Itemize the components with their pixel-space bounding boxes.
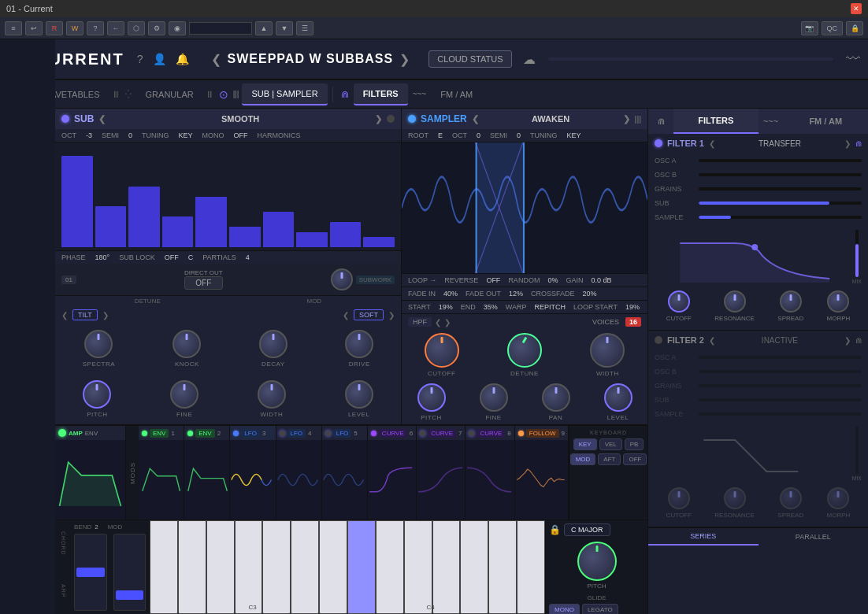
mod-lfo4-led[interactable] (280, 431, 285, 436)
mod-handle[interactable] (116, 590, 144, 600)
mod-follow9-led[interactable] (518, 431, 524, 436)
toolbar-btn-camera[interactable]: 📷 (801, 21, 818, 35)
tab-fm-am-right[interactable]: FM / AM (784, 109, 869, 134)
tilt-prev[interactable]: ❮ (61, 311, 68, 320)
f2-mix-track[interactable] (855, 427, 859, 474)
toolbar-btn-up[interactable]: ▲ (255, 21, 273, 35)
white-key-10[interactable] (404, 520, 432, 614)
white-key-7[interactable] (319, 520, 347, 614)
f2-spread-knob[interactable] (780, 487, 802, 509)
pitch-knob[interactable] (83, 380, 111, 409)
hpf-prev[interactable]: ❮ (435, 318, 441, 327)
patch-next-arrow[interactable]: ❯ (399, 52, 410, 67)
width-knob[interactable] (258, 380, 286, 409)
bend-strip[interactable] (74, 534, 107, 611)
white-key-11[interactable] (432, 520, 461, 614)
tab-sub-sampler[interactable]: SUB | SAMPLER (242, 83, 327, 105)
mod-lfo3-led[interactable] (233, 431, 239, 436)
white-key-8[interactable] (347, 520, 376, 614)
bell-icon[interactable]: 🔔 (176, 53, 189, 65)
sampler-nav-prev[interactable]: ❮ (472, 114, 479, 124)
cloud-icon[interactable]: ☁ (523, 52, 536, 67)
sampler-detune-knob[interactable] (507, 333, 542, 368)
sub-nav-next[interactable]: ❯ (375, 114, 382, 124)
sampler-cutoff-knob[interactable] (425, 333, 459, 368)
toolbar-btn-circle[interactable]: ◉ (169, 21, 186, 35)
sampler-pan-knob[interactable] (542, 383, 570, 412)
tab-filters[interactable]: FILTERS (354, 83, 408, 105)
soft-label[interactable]: SOFT (354, 309, 384, 320)
hpf-label[interactable]: HPF (408, 317, 432, 327)
white-key-9[interactable] (376, 520, 404, 614)
level-knob[interactable] (345, 380, 373, 409)
filter1-nav-next[interactable]: ❯ (844, 139, 851, 148)
white-key-1[interactable] (150, 520, 178, 614)
mod-curve7-led[interactable] (420, 431, 425, 436)
tilt-next[interactable]: ❯ (102, 311, 109, 320)
white-key-6[interactable] (291, 520, 319, 614)
sub-led2[interactable] (387, 115, 395, 123)
toolbar-btn-r[interactable]: R (46, 21, 63, 35)
hpf-next[interactable]: ❯ (444, 318, 451, 327)
direct-out-btn[interactable]: OFF (184, 276, 223, 290)
legato-btn[interactable]: LEGATO (582, 604, 618, 614)
white-key-13[interactable] (488, 520, 517, 614)
key-btn[interactable]: KEY (573, 438, 597, 450)
f2-resonance-knob[interactable] (724, 487, 746, 509)
white-key-2[interactable] (178, 520, 206, 614)
soft-next[interactable]: ❯ (388, 311, 395, 320)
f1-cutoff-knob[interactable] (668, 290, 690, 313)
toolbar-btn-down[interactable]: ▼ (276, 21, 293, 35)
tab-granular[interactable]: GRANULAR (136, 83, 203, 105)
white-key-4[interactable] (235, 520, 263, 614)
f1-resonance-knob[interactable] (724, 290, 746, 313)
f2-morph-knob[interactable] (827, 487, 849, 509)
f1-spread-knob[interactable] (780, 290, 802, 313)
sampler-fine-knob[interactable] (480, 383, 508, 412)
series-btn[interactable]: SERIES (648, 528, 759, 546)
white-key-5[interactable] (262, 520, 291, 614)
toolbar-btn-menu[interactable]: ☰ (296, 21, 313, 35)
toolbar-btn-lock[interactable]: 🔒 (846, 21, 863, 35)
sub-led[interactable] (61, 115, 69, 123)
toolbar-btn-help[interactable]: ? (87, 21, 104, 35)
tilt-label[interactable]: TILT (72, 309, 98, 320)
mod-kb-btn[interactable]: MOD (570, 453, 596, 465)
off-btn[interactable]: OFF (623, 453, 647, 465)
patch-prev-arrow[interactable]: ❮ (211, 52, 221, 67)
decay-knob[interactable] (259, 330, 287, 358)
filter2-nav-prev[interactable]: ❮ (709, 336, 715, 345)
parallel-btn[interactable]: PARALLEL (759, 528, 869, 546)
mix-track[interactable] (855, 230, 859, 277)
fine-knob[interactable] (170, 380, 198, 409)
toolbar-search[interactable] (189, 22, 252, 35)
tab-fm-am[interactable]: FM / AM (431, 83, 482, 105)
sampler-waveform-display[interactable] (402, 142, 647, 273)
white-key-3[interactable] (206, 520, 235, 614)
toolbar-btn-w[interactable]: W (66, 21, 83, 35)
mod-lfo5-led[interactable] (325, 431, 331, 436)
white-key-14[interactable] (517, 520, 545, 614)
sampler-level-knob[interactable] (604, 383, 632, 412)
tab-filters-right[interactable]: FILTERS (673, 109, 759, 134)
f1-morph-knob[interactable] (827, 290, 849, 313)
toolbar-btn-settings[interactable]: ⚙ (148, 21, 165, 35)
user-icon[interactable]: 👤 (153, 53, 166, 65)
f2-cutoff-knob[interactable] (668, 487, 690, 509)
close-button[interactable]: ✕ (851, 3, 862, 14)
knock-knob[interactable] (172, 330, 201, 358)
toolbar-btn-midi[interactable]: ⬡ (128, 21, 145, 35)
drive-knob[interactable] (345, 330, 373, 358)
toolbar-btn-back[interactable]: ← (107, 21, 124, 35)
mod-strip[interactable] (113, 534, 147, 611)
white-key-12[interactable] (460, 520, 488, 614)
toolbar-btn-1[interactable]: ≡ (5, 21, 22, 35)
sampler-pitch-knob[interactable] (417, 383, 446, 412)
mod-env1-led[interactable] (142, 431, 147, 436)
filter1-nav-prev[interactable]: ❮ (709, 139, 715, 148)
bend-handle[interactable] (76, 568, 105, 577)
mono-btn[interactable]: MONO (549, 604, 580, 614)
waveform-icon[interactable]: 〰 (846, 51, 860, 68)
aft-btn[interactable]: AFT (598, 453, 621, 465)
toolbar-btn-qc[interactable]: QC (822, 21, 844, 35)
